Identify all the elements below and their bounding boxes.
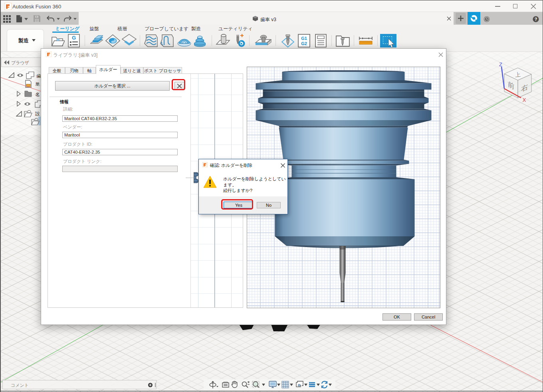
- svg-text:Z: Z: [499, 61, 502, 67]
- svg-text:G1: G1: [301, 36, 307, 41]
- svg-text:G: G: [72, 35, 76, 41]
- svg-text:G2: G2: [301, 41, 307, 46]
- svg-text:X: X: [523, 97, 526, 103]
- svg-text:上: 上: [515, 71, 521, 78]
- svg-text:?: ?: [535, 17, 537, 22]
